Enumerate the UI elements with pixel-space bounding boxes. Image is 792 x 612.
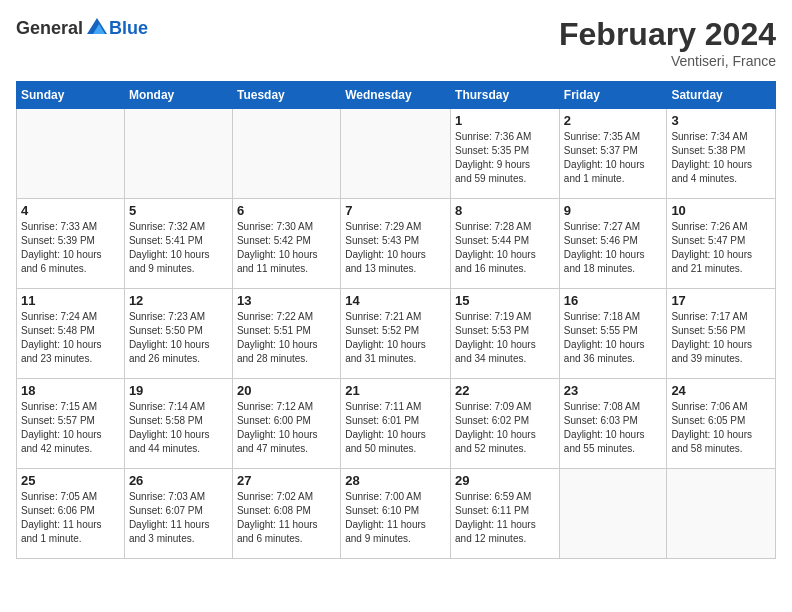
column-header-saturday: Saturday (667, 82, 776, 109)
day-cell: 19Sunrise: 7:14 AM Sunset: 5:58 PM Dayli… (124, 379, 232, 469)
day-info: Sunrise: 7:27 AM Sunset: 5:46 PM Dayligh… (564, 220, 663, 276)
day-number: 3 (671, 113, 771, 128)
day-cell: 6Sunrise: 7:30 AM Sunset: 5:42 PM Daylig… (232, 199, 340, 289)
day-number: 29 (455, 473, 555, 488)
day-cell: 4Sunrise: 7:33 AM Sunset: 5:39 PM Daylig… (17, 199, 125, 289)
day-cell (667, 469, 776, 559)
day-cell: 13Sunrise: 7:22 AM Sunset: 5:51 PM Dayli… (232, 289, 340, 379)
day-info: Sunrise: 7:05 AM Sunset: 6:06 PM Dayligh… (21, 490, 120, 546)
day-number: 11 (21, 293, 120, 308)
day-cell: 21Sunrise: 7:11 AM Sunset: 6:01 PM Dayli… (341, 379, 451, 469)
day-number: 16 (564, 293, 663, 308)
day-info: Sunrise: 7:15 AM Sunset: 5:57 PM Dayligh… (21, 400, 120, 456)
day-cell: 29Sunrise: 6:59 AM Sunset: 6:11 PM Dayli… (451, 469, 560, 559)
logo: General Blue (16, 16, 148, 40)
day-number: 8 (455, 203, 555, 218)
day-number: 15 (455, 293, 555, 308)
day-number: 21 (345, 383, 446, 398)
week-row-2: 4Sunrise: 7:33 AM Sunset: 5:39 PM Daylig… (17, 199, 776, 289)
day-info: Sunrise: 7:21 AM Sunset: 5:52 PM Dayligh… (345, 310, 446, 366)
day-info: Sunrise: 7:22 AM Sunset: 5:51 PM Dayligh… (237, 310, 336, 366)
day-cell: 16Sunrise: 7:18 AM Sunset: 5:55 PM Dayli… (559, 289, 667, 379)
logo-general: General (16, 18, 83, 39)
day-number: 19 (129, 383, 228, 398)
day-number: 9 (564, 203, 663, 218)
day-cell: 10Sunrise: 7:26 AM Sunset: 5:47 PM Dayli… (667, 199, 776, 289)
day-number: 22 (455, 383, 555, 398)
day-cell: 23Sunrise: 7:08 AM Sunset: 6:03 PM Dayli… (559, 379, 667, 469)
day-cell: 25Sunrise: 7:05 AM Sunset: 6:06 PM Dayli… (17, 469, 125, 559)
day-info: Sunrise: 7:33 AM Sunset: 5:39 PM Dayligh… (21, 220, 120, 276)
day-number: 2 (564, 113, 663, 128)
day-info: Sunrise: 7:09 AM Sunset: 6:02 PM Dayligh… (455, 400, 555, 456)
day-info: Sunrise: 7:28 AM Sunset: 5:44 PM Dayligh… (455, 220, 555, 276)
day-cell (124, 109, 232, 199)
day-number: 5 (129, 203, 228, 218)
column-header-monday: Monday (124, 82, 232, 109)
day-cell: 5Sunrise: 7:32 AM Sunset: 5:41 PM Daylig… (124, 199, 232, 289)
day-cell: 1Sunrise: 7:36 AM Sunset: 5:35 PM Daylig… (451, 109, 560, 199)
day-number: 13 (237, 293, 336, 308)
day-cell: 26Sunrise: 7:03 AM Sunset: 6:07 PM Dayli… (124, 469, 232, 559)
day-number: 25 (21, 473, 120, 488)
logo-blue: Blue (109, 18, 148, 39)
day-number: 26 (129, 473, 228, 488)
day-info: Sunrise: 7:11 AM Sunset: 6:01 PM Dayligh… (345, 400, 446, 456)
day-number: 14 (345, 293, 446, 308)
week-row-3: 11Sunrise: 7:24 AM Sunset: 5:48 PM Dayli… (17, 289, 776, 379)
week-row-1: 1Sunrise: 7:36 AM Sunset: 5:35 PM Daylig… (17, 109, 776, 199)
day-info: Sunrise: 7:26 AM Sunset: 5:47 PM Dayligh… (671, 220, 771, 276)
day-info: Sunrise: 7:03 AM Sunset: 6:07 PM Dayligh… (129, 490, 228, 546)
day-info: Sunrise: 7:00 AM Sunset: 6:10 PM Dayligh… (345, 490, 446, 546)
day-cell: 7Sunrise: 7:29 AM Sunset: 5:43 PM Daylig… (341, 199, 451, 289)
day-number: 17 (671, 293, 771, 308)
day-cell: 9Sunrise: 7:27 AM Sunset: 5:46 PM Daylig… (559, 199, 667, 289)
week-row-5: 25Sunrise: 7:05 AM Sunset: 6:06 PM Dayli… (17, 469, 776, 559)
day-number: 7 (345, 203, 446, 218)
month-title: February 2024 (559, 16, 776, 53)
day-cell: 3Sunrise: 7:34 AM Sunset: 5:38 PM Daylig… (667, 109, 776, 199)
day-number: 6 (237, 203, 336, 218)
day-cell: 11Sunrise: 7:24 AM Sunset: 5:48 PM Dayli… (17, 289, 125, 379)
title-block: February 2024 Ventiseri, France (559, 16, 776, 69)
day-number: 27 (237, 473, 336, 488)
day-info: Sunrise: 7:17 AM Sunset: 5:56 PM Dayligh… (671, 310, 771, 366)
day-cell (17, 109, 125, 199)
day-info: Sunrise: 7:02 AM Sunset: 6:08 PM Dayligh… (237, 490, 336, 546)
day-info: Sunrise: 7:14 AM Sunset: 5:58 PM Dayligh… (129, 400, 228, 456)
day-number: 28 (345, 473, 446, 488)
column-header-thursday: Thursday (451, 82, 560, 109)
day-number: 20 (237, 383, 336, 398)
day-info: Sunrise: 7:19 AM Sunset: 5:53 PM Dayligh… (455, 310, 555, 366)
day-cell: 27Sunrise: 7:02 AM Sunset: 6:08 PM Dayli… (232, 469, 340, 559)
day-number: 10 (671, 203, 771, 218)
day-info: Sunrise: 7:24 AM Sunset: 5:48 PM Dayligh… (21, 310, 120, 366)
page-header: General Blue February 2024 Ventiseri, Fr… (16, 16, 776, 69)
location: Ventiseri, France (559, 53, 776, 69)
day-cell (341, 109, 451, 199)
day-cell: 14Sunrise: 7:21 AM Sunset: 5:52 PM Dayli… (341, 289, 451, 379)
header-row: SundayMondayTuesdayWednesdayThursdayFrid… (17, 82, 776, 109)
day-cell (559, 469, 667, 559)
column-header-tuesday: Tuesday (232, 82, 340, 109)
calendar-table: SundayMondayTuesdayWednesdayThursdayFrid… (16, 81, 776, 559)
day-info: Sunrise: 7:23 AM Sunset: 5:50 PM Dayligh… (129, 310, 228, 366)
day-info: Sunrise: 7:08 AM Sunset: 6:03 PM Dayligh… (564, 400, 663, 456)
logo-icon (85, 16, 109, 40)
day-info: Sunrise: 6:59 AM Sunset: 6:11 PM Dayligh… (455, 490, 555, 546)
day-number: 24 (671, 383, 771, 398)
day-number: 4 (21, 203, 120, 218)
day-cell: 24Sunrise: 7:06 AM Sunset: 6:05 PM Dayli… (667, 379, 776, 469)
column-header-sunday: Sunday (17, 82, 125, 109)
day-cell: 15Sunrise: 7:19 AM Sunset: 5:53 PM Dayli… (451, 289, 560, 379)
day-info: Sunrise: 7:30 AM Sunset: 5:42 PM Dayligh… (237, 220, 336, 276)
day-cell: 8Sunrise: 7:28 AM Sunset: 5:44 PM Daylig… (451, 199, 560, 289)
day-info: Sunrise: 7:06 AM Sunset: 6:05 PM Dayligh… (671, 400, 771, 456)
day-info: Sunrise: 7:32 AM Sunset: 5:41 PM Dayligh… (129, 220, 228, 276)
day-info: Sunrise: 7:29 AM Sunset: 5:43 PM Dayligh… (345, 220, 446, 276)
week-row-4: 18Sunrise: 7:15 AM Sunset: 5:57 PM Dayli… (17, 379, 776, 469)
day-cell: 22Sunrise: 7:09 AM Sunset: 6:02 PM Dayli… (451, 379, 560, 469)
day-cell: 12Sunrise: 7:23 AM Sunset: 5:50 PM Dayli… (124, 289, 232, 379)
column-header-wednesday: Wednesday (341, 82, 451, 109)
day-info: Sunrise: 7:18 AM Sunset: 5:55 PM Dayligh… (564, 310, 663, 366)
